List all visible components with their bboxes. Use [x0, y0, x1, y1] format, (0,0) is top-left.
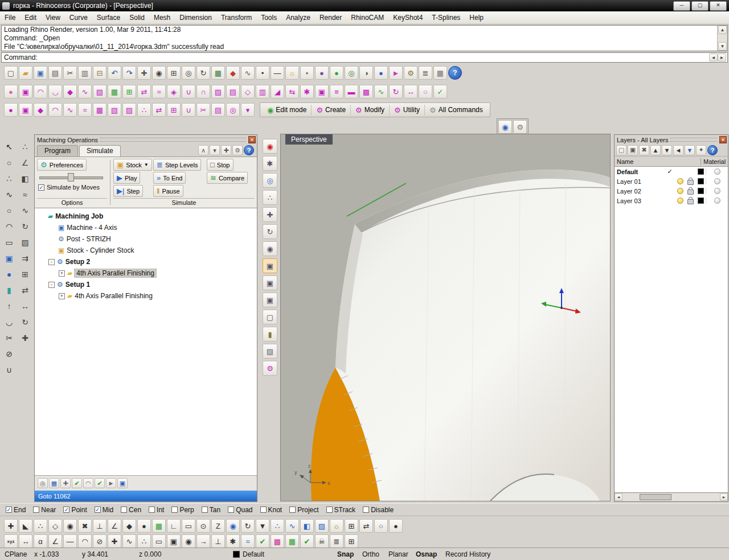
run-pointer-icon[interactable]: ►: [106, 478, 116, 488]
osnap-project[interactable]: Project: [289, 506, 318, 514]
layer-row-layer-02[interactable]: Layer 02: [615, 186, 728, 196]
zoom-extents-icon[interactable]: ◎: [182, 66, 195, 80]
osnap-dialog-icon[interactable]: ⊙: [196, 519, 210, 533]
layer-lock-icon[interactable]: [685, 197, 695, 204]
clayoo-twist-icon[interactable]: ∿: [63, 103, 77, 117]
layers-hscrollbar[interactable]: ◄ ►: [615, 492, 728, 501]
grid-snap-icon[interactable]: ▦: [152, 519, 166, 533]
layer-name[interactable]: Layer 03: [615, 197, 665, 204]
lamp-icon[interactable]: ☼: [285, 66, 299, 80]
osnap-knot[interactable]: Knot: [260, 506, 282, 514]
rhinocam-utility-button[interactable]: ⚙Utility: [390, 105, 425, 116]
osnap-project-checkbox[interactable]: [289, 507, 296, 513]
rhinocam-create-button[interactable]: ⚙Create: [312, 105, 351, 116]
ts-bridge-icon[interactable]: ▨: [211, 85, 225, 98]
layer-color-swatch[interactable]: [695, 188, 706, 194]
history-toggle-icon[interactable]: ↻: [241, 519, 255, 533]
ts-toggle-icon[interactable]: ✓: [433, 85, 447, 98]
layer-row-layer-03[interactable]: Layer 03: [615, 196, 728, 205]
split-tool-icon[interactable]: ⊘: [2, 347, 17, 361]
color-analysis-icon[interactable]: ▩: [271, 534, 284, 548]
hscroll-left-icon[interactable]: ◄: [615, 493, 622, 501]
back-filter-icon[interactable]: ◄: [673, 145, 683, 155]
osnap-point[interactable]: ✓Point: [63, 506, 87, 514]
clayoo-display-icon[interactable]: ◎: [226, 103, 240, 117]
scale-tools-icon[interactable]: ↔: [18, 299, 32, 314]
cen-snap-icon[interactable]: ◉: [63, 519, 77, 533]
menu-mesh[interactable]: Mesh: [149, 12, 175, 23]
layer-row-layer-01[interactable]: Layer 01: [615, 176, 728, 186]
statusbar-osnap[interactable]: Osnap: [413, 548, 439, 560]
stock-button[interactable]: ▣ Stock ▼: [113, 159, 152, 171]
evaluate-point-icon[interactable]: ✱: [226, 534, 240, 548]
menu-dimension[interactable]: Dimension: [175, 12, 216, 23]
tree-item[interactable]: +▰4th Axis Parallel Finishing: [35, 290, 257, 302]
delete-layer-icon[interactable]: ✖: [639, 145, 649, 155]
viewport-canvas[interactable]: x z y: [281, 134, 610, 501]
step-levels-button[interactable]: ≣ Step Levels: [153, 159, 201, 171]
ts-pig-icon[interactable]: ●: [4, 85, 18, 98]
command-prompt-scroll[interactable]: ◄►: [709, 53, 726, 61]
maximize-button[interactable]: ▢: [691, 1, 708, 11]
ortho-mode-icon[interactable]: ∟: [167, 519, 181, 533]
iso-view-icon[interactable]: ▣: [263, 258, 277, 273]
layer-material-ball-icon[interactable]: [706, 178, 728, 184]
flag-icon[interactable]: ►: [389, 66, 403, 80]
rhinocam-edit-mode-button[interactable]: ◉Edit mode: [263, 105, 312, 116]
diameter-measure-icon[interactable]: ⊘: [93, 534, 107, 548]
perp-snap-icon[interactable]: ⊥: [93, 519, 107, 533]
tab-program[interactable]: Program: [37, 145, 78, 157]
save-stock-icon[interactable]: ▣: [117, 478, 128, 488]
rotate-tool-icon[interactable]: ↻: [18, 315, 32, 330]
new-document-icon[interactable]: ▢: [4, 66, 18, 80]
clayoo-vertex-icon[interactable]: ∴: [137, 103, 151, 117]
layer-name[interactable]: Layer 01: [615, 178, 665, 185]
pan-view-icon[interactable]: ✚: [263, 207, 277, 222]
render-settings-icon[interactable]: ◑: [359, 66, 373, 80]
close-layers-panel-button[interactable]: ✕: [719, 136, 727, 143]
ts-merge-icon[interactable]: ▤: [226, 85, 240, 98]
radius-measure-icon[interactable]: ◠: [78, 534, 92, 548]
preferences-button[interactable]: ⚙ Preferences: [37, 159, 87, 171]
ts-orient-icon[interactable]: ↻: [389, 85, 403, 98]
layer-visibility-bulb-icon[interactable]: [675, 188, 685, 194]
ts-align-icon[interactable]: ≡: [330, 85, 343, 98]
layer-visibility-bulb-icon[interactable]: [675, 197, 685, 204]
menu-edit[interactable]: Edit: [20, 12, 41, 23]
scroll-right-icon[interactable]: ►: [718, 53, 726, 61]
panel-grip[interactable]: [100, 138, 246, 142]
render-icon[interactable]: ●: [330, 66, 343, 80]
join-tool-icon[interactable]: ∪: [2, 363, 17, 377]
menu-rhinocam[interactable]: RhinoCAM: [346, 12, 388, 23]
menu-keyshot4[interactable]: KeyShot4: [388, 12, 427, 23]
osnap-near[interactable]: Near: [33, 506, 56, 514]
point-tools-icon[interactable]: ∴: [18, 139, 32, 154]
statusbar-coord-x[interactable]: x -1.033: [32, 548, 61, 560]
open-file-icon[interactable]: ▰: [19, 66, 32, 80]
display-options-icon[interactable]: ▾: [210, 145, 220, 155]
edge-check-icon[interactable]: ✔: [256, 534, 269, 548]
statusbar-cplane[interactable]: CPlane: [2, 548, 29, 560]
tab-simulate[interactable]: Simulate: [79, 145, 121, 157]
point-deviation-icon[interactable]: ∴: [137, 534, 151, 548]
simulate-by-moves-checkbox[interactable]: ✓ Simulate by Moves: [38, 184, 107, 191]
pin-icon[interactable]: ∧: [198, 145, 208, 155]
ts-insert-edge-icon[interactable]: ▥: [256, 85, 269, 98]
array-tools-icon[interactable]: ⊞: [18, 267, 32, 282]
world-display-icon[interactable]: ◎: [263, 173, 277, 188]
command-history[interactable]: Loading Rhino Render, version 1.00, Mar …: [1, 25, 728, 51]
ts-loft-icon[interactable]: ◠: [34, 85, 47, 98]
rhinocam-all-commands-button[interactable]: ⚙All Commands: [425, 105, 488, 116]
ts-flatten-icon[interactable]: ▬: [345, 85, 358, 98]
clayoo-weld-icon[interactable]: ∪: [182, 103, 195, 117]
ts-radial-icon[interactable]: ✱: [300, 85, 314, 98]
knot-snap-icon[interactable]: ●: [137, 519, 151, 533]
osnap-near-checkbox[interactable]: [33, 507, 39, 513]
move-layer-up-icon[interactable]: ▲: [650, 145, 661, 155]
section-view-icon[interactable]: ◠: [83, 478, 93, 488]
curve-tools-icon[interactable]: ∿: [2, 187, 17, 202]
normal-show-icon[interactable]: ⊥: [211, 534, 225, 548]
expand-icon[interactable]: +: [59, 293, 65, 299]
command-prompt[interactable]: Command: ◄►: [1, 52, 728, 63]
perspective-viewport[interactable]: Perspective: [280, 134, 611, 501]
